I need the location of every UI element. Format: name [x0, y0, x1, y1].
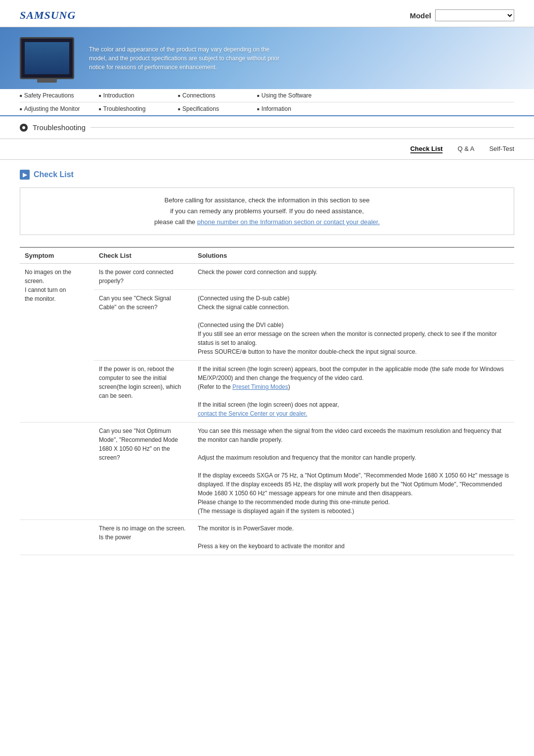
table-row: If the power is on, reboot the computer …: [20, 361, 514, 423]
sidebar-item-introduction[interactable]: Introduction: [99, 89, 178, 102]
sidebar-item-software[interactable]: Using the Software: [257, 89, 336, 102]
tab-selftest[interactable]: Self-Test: [489, 145, 514, 153]
col-header-symptom: Symptom: [20, 247, 94, 264]
nav-row-1: Safety Precautions Introduction Connecti…: [20, 89, 514, 102]
check-powersaver: There is no image on the screen.Is the p…: [94, 520, 193, 555]
model-row: Model: [410, 9, 514, 21]
monitor-screen: [25, 42, 69, 74]
table-row: Can you see "Check Signal Cable" on the …: [20, 290, 514, 361]
tab-checklist[interactable]: Check List: [410, 145, 443, 153]
breadcrumb-line: [90, 127, 514, 128]
page-title: Troubleshooting: [33, 123, 86, 132]
col-header-checklist: Check List: [94, 247, 193, 264]
symptom-blank-3: [20, 520, 94, 555]
samsung-logo: SAMSUNG: [20, 9, 76, 22]
section-icon: ▶: [20, 170, 30, 180]
solution-powersaver: The monitor is in PowerSaver mode. Press…: [193, 520, 514, 555]
info-box: Before calling for assistance, check the…: [20, 188, 514, 235]
section-title: ▶ Check List: [20, 170, 514, 180]
solution-power-cord: Check the power cord connection and supp…: [193, 264, 514, 290]
sidebar-item-safety[interactable]: Safety Precautions: [20, 89, 99, 102]
model-label: Model: [410, 11, 431, 20]
breadcrumb-icon: [20, 124, 28, 132]
table-row: No images on the screen.I cannot turn on…: [20, 264, 514, 290]
check-not-optimum: Can you see "Not Optimum Mode", "Recomme…: [94, 423, 193, 520]
nav-row-2: Adjusting the Monitor Troubleshooting Sp…: [20, 102, 514, 115]
table-header-row: Symptom Check List Solutions: [20, 247, 514, 264]
sidebar-item-information[interactable]: Information: [257, 102, 336, 115]
sidebar-item-specifications[interactable]: Specifications: [178, 102, 257, 115]
sidebar-item-adjusting[interactable]: Adjusting the Monitor: [20, 102, 99, 115]
info-box-link[interactable]: phone number on the Information section …: [197, 218, 380, 226]
table-row: Can you see "Not Optimum Mode", "Recomme…: [20, 423, 514, 520]
solution-not-optimum: You can see this message when the signal…: [193, 423, 514, 520]
table-row: There is no image on the screen.Is the p…: [20, 520, 514, 555]
solution-signal-cable: (Connected using the D-sub cable) Check …: [193, 290, 514, 361]
check-reboot: If the power is on, reboot the computer …: [94, 361, 193, 423]
banner: The color and appearance of the product …: [0, 27, 534, 89]
model-select[interactable]: [435, 9, 514, 21]
section-title-text: Check List: [34, 170, 74, 179]
sidebar-item-connections[interactable]: Connections: [178, 89, 257, 102]
sidebar-item-troubleshooting[interactable]: Troubleshooting: [99, 102, 178, 115]
content: ▶ Check List Before calling for assistan…: [0, 160, 534, 565]
service-center-link[interactable]: contact the Service Center or your deale…: [198, 410, 307, 417]
breadcrumb: Troubleshooting: [0, 116, 534, 139]
check-signal-cable: Can you see "Check Signal Cable" on the …: [94, 290, 193, 361]
banner-text: The color and appearance of the product …: [89, 45, 287, 72]
sub-tabs: Check List Q & A Self-Test: [0, 139, 534, 160]
preset-timing-link[interactable]: Preset Timing Modes: [232, 383, 288, 390]
monitor-image: [20, 37, 74, 79]
header: SAMSUNG Model: [0, 0, 534, 27]
info-text-prefix: please call the: [154, 218, 197, 226]
symptom-blank-2: [20, 423, 94, 520]
tab-qa[interactable]: Q & A: [457, 145, 474, 153]
check-power-cord: Is the power cord connected properly?: [94, 264, 193, 290]
info-text-line2: if you can remedy any problems yourself.…: [170, 207, 364, 215]
nav: Safety Precautions Introduction Connecti…: [0, 89, 534, 116]
trouble-table: Symptom Check List Solutions No images o…: [20, 247, 514, 555]
symptom-no-image: No images on the screen.I cannot turn on…: [20, 264, 94, 423]
solution-reboot: If the initial screen (the login screen)…: [193, 361, 514, 423]
col-header-solutions: Solutions: [193, 247, 514, 264]
info-text-line1: Before calling for assistance, check the…: [165, 196, 370, 204]
